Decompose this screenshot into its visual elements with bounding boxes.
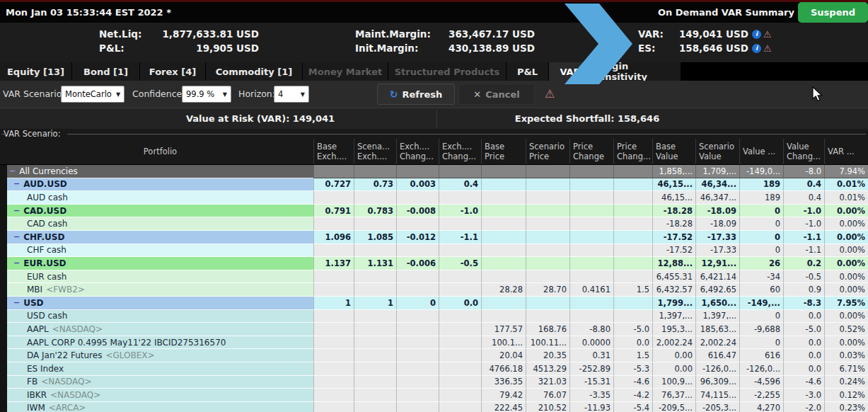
column-header-exch-chang[interactable]: Exch.... Chang... [439, 139, 481, 164]
value-cell: 0.0 [783, 336, 824, 350]
value-cell: -4.2 [613, 389, 652, 402]
tab-structured-products[interactable]: Structured Products [388, 62, 506, 81]
table-row-aapl-corp-0-4995-may11-22-ibcid275316570[interactable]: AAPL CORP 0.4995 May11'22 IBCID275316570… [0, 336, 868, 350]
value-cell: 0.31 [569, 349, 613, 362]
info-icon[interactable]: i [752, 30, 761, 39]
info-icon[interactable]: i [752, 44, 761, 53]
table-row-ibkr[interactable]: IBKR<NASDAQ>79.4276.07-3.35-4.276,37...7… [0, 389, 868, 402]
tab-var[interactable]: VAR [549, 62, 591, 81]
collapse-icon[interactable]: − [13, 234, 20, 241]
collapse-icon[interactable]: − [13, 207, 20, 214]
suspend-button[interactable]: Suspend [798, 2, 868, 23]
value-cell: 0 [739, 231, 783, 244]
column-header-var[interactable]: VAR ... [824, 139, 868, 164]
column-header-price-chang[interactable]: Price Chang... [613, 139, 652, 164]
value-cell: -5.3 [613, 362, 652, 376]
column-header-exch-chang[interactable]: Exch.... Chang... [396, 139, 439, 164]
portfolio-cell: FB<NASDAQ> [7, 376, 313, 389]
value-cell [313, 244, 354, 258]
var-mode-label: On Demand VAR Summary [658, 7, 794, 18]
column-header-base-value[interactable]: Base Value [652, 139, 695, 164]
table-row-fb[interactable]: FB<NASDAQ>336.35321.03-15.31-4.6100,9...… [0, 376, 868, 389]
cancel-button[interactable]: ✕ Cancel [458, 84, 535, 105]
value-cell [396, 283, 439, 297]
column-header-value[interactable]: Value ... [739, 139, 783, 164]
value-cell [481, 297, 526, 310]
value-cell: -1.0 [439, 205, 481, 218]
value-cell: -2,255 [739, 389, 783, 402]
value-cell: 4513.29 [526, 362, 569, 376]
value-cell: 0.00% [824, 244, 868, 258]
value-cell: 0.00% [824, 217, 868, 231]
collapse-icon[interactable]: − [13, 181, 20, 188]
margin-group: Maint.Margin: 363,467.17 USD Init.Margin… [355, 28, 535, 54]
portfolio-cell: USD cash [7, 310, 313, 324]
table-row-chf-cash[interactable]: CHF cash-17.52-17.330-1.10.00% [0, 244, 868, 258]
tab-p-l[interactable]: P&L [507, 62, 548, 81]
tab-margin-sensitivity[interactable]: Margin Sensitivity [592, 62, 681, 81]
value-cell [526, 165, 569, 178]
confidence-select[interactable]: 99.9 % ▼ [182, 86, 231, 103]
column-header-scenario-price[interactable]: Scenario Price [526, 139, 569, 164]
column-header-scenario-value[interactable]: Scenario Value [695, 139, 739, 164]
value-cell: 7.95% [824, 297, 868, 310]
value-cell [439, 323, 481, 336]
collapse-icon[interactable]: − [13, 299, 20, 307]
column-header-price-change[interactable]: Price Change [569, 139, 613, 164]
var-scenario-select[interactable]: MonteCarlo ▼ [61, 86, 125, 103]
column-header-value-chang[interactable]: Value Chang... [783, 139, 824, 164]
value-cell [354, 376, 396, 389]
value-cell: 0.791 [313, 205, 354, 218]
table-row-all-currencies[interactable]: −All Currencies1,858,...1,709,...-149,0.… [0, 165, 868, 178]
portfolio-cell: IWM<ARCA> [7, 402, 313, 412]
table-row-da-jan-22-futures[interactable]: DA Jan'22 Futures<GLOBEX>20.0420.350.311… [0, 349, 868, 362]
clock-text: Mon Jan 03 15:33:44 EST 2022 * [6, 7, 171, 18]
value-cell [313, 362, 354, 376]
value-cell: 0.0 [613, 336, 652, 350]
refresh-button[interactable]: ↻ Refresh [377, 84, 455, 105]
exchange-tag: <GLOBEX> [105, 350, 154, 360]
column-header-base-exch[interactable]: Base Exch.... [313, 139, 354, 164]
horizon-select[interactable]: 4 ▼ [274, 86, 309, 103]
table-row-chf-usd[interactable]: −CHF.USD1.0961.085-0.012-1.1-17.52-17.33… [0, 231, 868, 244]
table-row-cad-cash[interactable]: CAD cash-18.28-18.090-1.00.00% [0, 217, 868, 231]
tab-forex-4[interactable]: Forex [4] [140, 62, 205, 81]
column-header-portfolio[interactable]: Portfolio [7, 139, 313, 164]
value-cell [396, 376, 439, 389]
tab-commodity-1[interactable]: Commodity [1] [206, 62, 302, 81]
table-row-iwm[interactable]: IWM<ARCA>222.45210.52-11.93-5.4-209,5...… [0, 402, 868, 412]
table-row-eur-usd[interactable]: −EUR.USD1.1371.131-0.006-0.512,88...12,9… [0, 257, 868, 270]
value-cell [481, 270, 526, 284]
column-header-base-price[interactable]: Base Price [481, 139, 526, 164]
table-row-aapl[interactable]: AAPL<NASDAQ>177.57168.76-8.80-5.0195,3..… [0, 323, 868, 336]
tab-money-market[interactable]: Money Market [303, 62, 388, 81]
var-scenario-selected: MonteCarlo [65, 89, 112, 99]
table-row-usd[interactable]: −USD1100.01,799...1,650...-149,...-8.37.… [0, 297, 868, 310]
tab-equity-13[interactable]: Equity [13] [0, 62, 71, 81]
table-row-es-index[interactable]: ES Index4766.184513.29-252.89-5.30.00-12… [0, 362, 868, 376]
value-cell: -18.28 [652, 217, 695, 231]
account-metrics-bar: Net.Liq: 1,877,633.81 USD P&L: 19,905 US… [0, 23, 868, 62]
value-cell: -1.1 [783, 244, 824, 258]
table-row-mbi[interactable]: MBI<FWB2>28.2828.700.41611.56,432.576,49… [0, 283, 868, 297]
table-row-usd-cash[interactable]: USD cash1,397,...1,397,...00.00.00% [0, 310, 868, 324]
table-row-eur-cash[interactable]: EUR cash6,455.316,421.14-34-0.50.00% [0, 270, 868, 284]
collapse-icon[interactable]: − [13, 260, 20, 267]
column-header-scena-exch[interactable]: Scena... Exch.... [354, 139, 396, 164]
value-cell [526, 231, 569, 244]
collapse-icon[interactable]: − [9, 168, 16, 175]
warning-icon[interactable]: ⚠ [763, 44, 772, 53]
value-cell [439, 349, 481, 362]
tab-bond-1[interactable]: Bond [1] [72, 62, 139, 81]
value-cell: 0 [739, 244, 783, 258]
warning-icon[interactable]: ⚠ [545, 87, 555, 101]
warning-icon[interactable]: ⚠ [763, 30, 772, 39]
portfolio-name: All Currencies [19, 166, 78, 176]
value-cell [313, 270, 354, 284]
value-cell: 195,3... [652, 323, 695, 336]
value-cell [481, 244, 526, 258]
value-cell [569, 217, 613, 231]
table-row-aud-usd[interactable]: −AUD.USD0.7270.730.0030.446,15...46,34..… [0, 178, 868, 192]
table-row-cad-usd[interactable]: −CAD.USD0.7910.783-0.008-1.0-18.28-18.09… [0, 205, 868, 218]
table-row-aud-cash[interactable]: AUD cash46,15...46,347...1890.40.01% [0, 191, 868, 205]
